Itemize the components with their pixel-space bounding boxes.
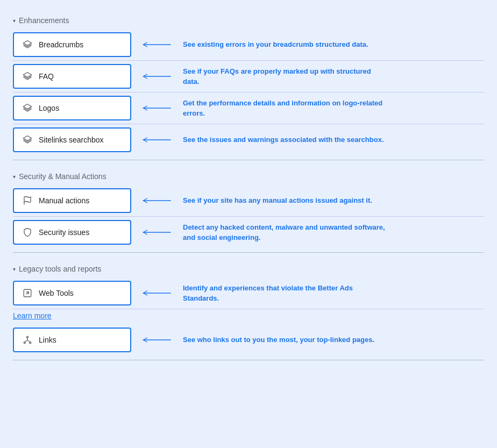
item-row-links: Links See who links out to you the most,… <box>13 324 484 355</box>
section-header-legacy-tools[interactable]: ▾ Legacy tools and reports <box>13 259 484 278</box>
section-enhancements: ▾ Enhancements Breadcrumbs See existing … <box>13 11 484 160</box>
item-box-web-tools[interactable]: Web Tools <box>13 281 131 305</box>
item-desc-sitelinks-searchbox: See the issues and warnings associated w… <box>183 134 387 145</box>
items-list-security-manual-actions: Manual actions See if your site has any … <box>13 185 484 248</box>
arrow-icon-web-tools <box>141 289 173 297</box>
section-header-enhancements[interactable]: ▾ Enhancements <box>13 11 484 29</box>
item-row-web-tools: Web Tools Identify and experiences that … <box>13 278 484 309</box>
arrow-manual-actions <box>131 196 183 205</box>
item-label-security-issues: Security issues <box>39 228 89 237</box>
item-desc-logos: Get the performance details and informat… <box>183 98 387 119</box>
section-header-security-manual-actions[interactable]: ▾ Security & Manual Actions <box>13 167 484 185</box>
arrow-links <box>131 336 183 344</box>
arrow-breadcrumbs <box>131 40 183 49</box>
layers-icon <box>22 134 33 146</box>
item-label-links: Links <box>39 336 56 344</box>
item-label-sitelinks-searchbox: Sitelinks searchbox <box>39 136 104 144</box>
items-list-legacy-tools: Web Tools Identify and experiences that … <box>13 278 484 355</box>
external-icon <box>22 287 33 299</box>
arrow-faq <box>131 72 183 81</box>
chevron-icon: ▾ <box>13 18 16 24</box>
items-list-enhancements: Breadcrumbs See existing errors in your … <box>13 29 484 155</box>
item-row-faq: FAQ See if your FAQs are properly marked… <box>13 61 484 93</box>
item-desc-breadcrumbs: See existing errors in your breadcrumb s… <box>183 39 387 50</box>
item-box-sitelinks-searchbox[interactable]: Sitelinks searchbox <box>13 127 131 152</box>
shield-icon <box>22 226 33 238</box>
item-desc-faq: See if your FAQs are properly marked up … <box>183 66 387 87</box>
item-box-manual-actions[interactable]: Manual actions <box>13 188 131 213</box>
arrow-logos <box>131 104 183 112</box>
layers-icon <box>22 39 33 51</box>
links-icon <box>22 334 33 346</box>
svg-point-13 <box>27 336 29 338</box>
section-label: Enhancements <box>19 16 69 25</box>
arrow-icon-logos <box>141 104 173 112</box>
section-label: Security & Manual Actions <box>19 172 106 181</box>
chevron-icon: ▾ <box>13 174 16 180</box>
item-row-manual-actions: Manual actions See if your site has any … <box>13 185 484 217</box>
item-row-breadcrumbs: Breadcrumbs See existing errors in your … <box>13 29 484 61</box>
section-legacy-tools: ▾ Legacy tools and reports Web Tools Ide… <box>13 259 484 360</box>
arrow-sitelinks-searchbox <box>131 136 183 144</box>
item-label-faq: FAQ <box>39 72 54 81</box>
arrow-icon-security-issues <box>141 228 173 237</box>
svg-line-17 <box>25 340 27 342</box>
arrow-web-tools <box>131 289 183 297</box>
divider-security-manual-actions <box>13 252 484 253</box>
learn-more-link[interactable]: Learn more <box>13 309 52 324</box>
item-label-manual-actions: Manual actions <box>39 196 89 205</box>
arrow-icon-sitelinks-searchbox <box>141 136 173 144</box>
item-box-links[interactable]: Links <box>13 328 131 352</box>
item-box-faq[interactable]: FAQ <box>13 64 131 89</box>
arrow-security-issues <box>131 228 183 237</box>
arrow-icon-manual-actions <box>141 196 173 205</box>
item-row-security-issues: Security issues Detect any hacked conten… <box>13 217 484 248</box>
item-label-web-tools: Web Tools <box>39 289 74 297</box>
svg-point-15 <box>30 342 31 344</box>
item-row-sitelinks-searchbox: Sitelinks searchbox See the issues and w… <box>13 124 484 155</box>
item-desc-security-issues: Detect any hacked content, malware and u… <box>183 222 387 243</box>
item-box-security-issues[interactable]: Security issues <box>13 220 131 245</box>
arrow-icon-links <box>141 336 173 344</box>
svg-point-14 <box>24 342 25 344</box>
arrow-icon-faq <box>141 72 173 81</box>
arrow-icon-breadcrumbs <box>141 40 173 49</box>
item-label-breadcrumbs: Breadcrumbs <box>39 40 83 49</box>
svg-line-18 <box>27 340 30 342</box>
item-row-logos: Logos Get the performance details and in… <box>13 93 484 124</box>
layers-icon <box>22 70 33 82</box>
item-label-logos: Logos <box>39 104 59 112</box>
flag-icon <box>22 195 33 207</box>
learn-more-container: Learn more <box>13 309 484 324</box>
item-desc-web-tools: Identify and experiences that violate th… <box>183 283 387 304</box>
item-box-logos[interactable]: Logos <box>13 96 131 120</box>
divider-legacy-tools <box>13 360 484 360</box>
chevron-icon: ▾ <box>13 266 16 272</box>
item-desc-manual-actions: See if your site has any manual actions … <box>183 195 387 206</box>
item-desc-links: See who links out to you the most, your … <box>183 335 387 345</box>
divider-enhancements <box>13 160 484 160</box>
section-label: Legacy tools and reports <box>19 265 101 273</box>
layers-icon <box>22 102 33 114</box>
item-box-breadcrumbs[interactable]: Breadcrumbs <box>13 32 131 57</box>
section-security-manual-actions: ▾ Security & Manual Actions Manual actio… <box>13 167 484 253</box>
